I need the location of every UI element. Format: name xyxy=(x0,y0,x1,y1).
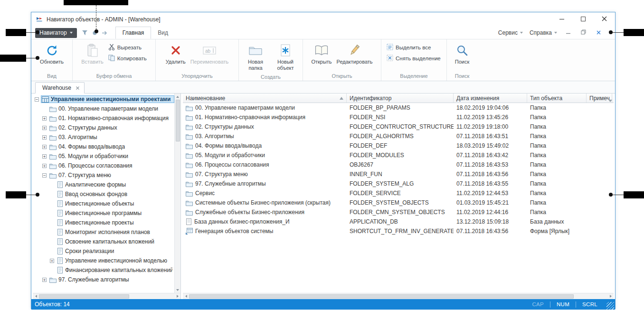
column-chooser-icon[interactable] xyxy=(608,97,612,103)
tree-item[interactable]: +03. Алгоритмы xyxy=(33,132,174,142)
scroll-up-icon[interactable] xyxy=(175,94,181,100)
folder-icon xyxy=(49,134,57,141)
column-header[interactable]: Дата изменения xyxy=(454,94,527,103)
collapse-icon[interactable]: − xyxy=(35,97,39,102)
refresh-button[interactable]: Обновить xyxy=(38,41,66,66)
expand-icon[interactable]: + xyxy=(42,154,47,159)
table-row[interactable]: 03. АлгоритмыFOLDER_ALGHORITMS07.11.2018… xyxy=(183,132,614,141)
tree-item[interactable]: Мониторинг исполнения планов xyxy=(33,227,174,237)
scroll-left-icon[interactable] xyxy=(33,293,39,300)
mdi-close-button[interactable] xyxy=(594,29,603,37)
close-button[interactable] xyxy=(594,12,615,27)
expand-icon[interactable]: + xyxy=(42,126,47,130)
navigator-menu-button[interactable]: Навигатор xyxy=(35,28,77,38)
tree-item[interactable]: Инвестиционные программы xyxy=(33,208,174,218)
open-button[interactable]: Открыть xyxy=(309,41,333,66)
column-header[interactable]: Наименование xyxy=(183,94,347,103)
tree-item[interactable]: +Управление инвестиционной моделью xyxy=(33,256,174,265)
tree-horizontal-scrollbar[interactable] xyxy=(33,293,180,299)
tree-item-label: Ввод основных фондов xyxy=(65,191,127,197)
expand-icon[interactable]: + xyxy=(42,135,47,140)
resize-grip[interactable] xyxy=(606,302,614,310)
scrollbar-thumb[interactable] xyxy=(39,294,129,299)
table-row[interactable]: СервисFOLDER_SERVICE11.02.2019 12:44:53П… xyxy=(183,188,614,198)
mdi-minimize-button[interactable] xyxy=(564,29,572,37)
select-all-button[interactable]: Выделить все xyxy=(385,43,443,52)
column-header[interactable]: Идентификатор xyxy=(347,94,454,103)
scroll-left-icon[interactable] xyxy=(183,293,189,300)
tree-item[interactable]: Ввод основных фондов xyxy=(33,189,174,199)
expand-icon[interactable]: + xyxy=(42,116,47,121)
tree-vertical-scrollbar[interactable] xyxy=(174,94,180,293)
expand-icon[interactable]: + xyxy=(42,278,47,282)
menu-help[interactable]: Справка xyxy=(530,29,557,36)
tree-item[interactable]: +02. Структуры данных xyxy=(33,123,174,132)
tree-item[interactable]: Аналитические формы xyxy=(33,180,174,189)
paste-label: Вставить xyxy=(81,59,104,65)
tree-item[interactable]: +06. Процессы согласования xyxy=(33,161,174,170)
new-folder-button[interactable]: Новая папка xyxy=(241,41,270,72)
tree-item[interactable]: +01. Нормативно-справочная информация xyxy=(33,113,174,123)
forward-arrow-icon[interactable] xyxy=(102,30,108,36)
scrollbar-thumb[interactable] xyxy=(189,294,574,299)
tab-home[interactable]: Главная xyxy=(115,27,152,39)
table-row[interactable]: 02. Структуры данныхFOLDER_CONTRUCTOR_ST… xyxy=(183,122,614,132)
deselect-button[interactable]: Снять выделение xyxy=(385,54,443,63)
tree-item[interactable]: −Управление инвестиционными проектами и … xyxy=(33,94,174,104)
expand-icon[interactable]: + xyxy=(42,164,47,168)
copy-button[interactable]: Копировать xyxy=(106,54,149,63)
new-object-button[interactable]: Новый объект xyxy=(271,41,300,72)
tree-item[interactable]: Освоение капитальных вложений xyxy=(33,237,174,246)
document-tab-warehouse[interactable]: Warehouse xyxy=(35,82,85,94)
callout-line-left-3 xyxy=(26,195,37,195)
ribbon-group-search: Поиск Поиск xyxy=(447,39,477,81)
scroll-down-icon[interactable] xyxy=(175,287,181,293)
tree-item[interactable]: −07. Структура меню xyxy=(33,170,174,180)
tree-item[interactable]: Инвестиционные объекты xyxy=(33,199,174,208)
scroll-right-icon[interactable] xyxy=(174,293,180,300)
menu-service[interactable]: Сервис xyxy=(498,29,523,36)
delete-button[interactable]: Удалить xyxy=(164,41,188,66)
table-row[interactable]: Генерация объектов системыSHORTCUT_TO_FR… xyxy=(183,226,614,236)
rename-button[interactable]: ab Переименовать xyxy=(189,41,231,66)
folder-icon xyxy=(49,153,57,160)
scroll-right-icon[interactable] xyxy=(607,293,614,300)
table-row[interactable]: 00. Управление параметрами моделиFOLDER_… xyxy=(183,103,614,113)
cell-text: 05. Модули и обработчики xyxy=(195,152,265,159)
filter-icon[interactable] xyxy=(82,30,88,36)
cut-button[interactable]: Вырезать xyxy=(106,43,149,52)
table-row[interactable]: 97. Служебные алгоритмыFOLDER_SYSTEM_ALG… xyxy=(183,179,614,188)
table-row[interactable]: Системные объекты Бизнес-приложения (скр… xyxy=(183,198,614,207)
tree-item[interactable]: +97. Служебные алгоритмы xyxy=(33,275,174,284)
table-row[interactable]: 06. Процессы согласованияOBJ626707.11.20… xyxy=(183,160,614,169)
expand-icon[interactable]: + xyxy=(50,259,54,263)
tree-item[interactable]: 00. Управление параметрами модели xyxy=(33,104,174,113)
tree-item[interactable]: +04. Формы ввода/вывода xyxy=(33,142,174,151)
tab-close-icon[interactable] xyxy=(76,86,79,90)
tree-item[interactable]: Сроки реализации xyxy=(33,246,174,256)
mdi-restore-button[interactable] xyxy=(579,29,587,37)
table-row[interactable]: Служебные объекты Бизнес-приложенияFOLDE… xyxy=(183,207,614,217)
column-header[interactable]: Тип объекта xyxy=(527,94,587,103)
expand-icon[interactable]: + xyxy=(42,145,47,149)
minimize-button[interactable] xyxy=(551,12,572,27)
table-row[interactable]: 04. Формы ввода/выводаFOLDER_DEF18.03.20… xyxy=(183,141,614,150)
cell-text: База данных xyxy=(530,218,564,225)
tree-item[interactable]: Инвестиционные проекты xyxy=(33,218,174,227)
collapse-icon[interactable]: − xyxy=(42,173,47,178)
table-row[interactable]: База данных бизнес-приложения_ИAPPLICATI… xyxy=(183,217,614,226)
tree-item-label: 97. Служебные алгоритмы xyxy=(58,276,129,283)
table-row[interactable]: 01. Нормативно-справочная информацияFOLD… xyxy=(183,113,614,122)
edit-button[interactable]: Редактировать xyxy=(335,41,375,66)
tree-item[interactable]: Финансирование капитальных вложений xyxy=(33,265,174,275)
tab-view[interactable]: Вид xyxy=(151,27,175,39)
search-button[interactable]: Поиск xyxy=(453,41,471,66)
table-row[interactable]: 05. Модули и обработчикиFOLDER_MODULES07… xyxy=(183,150,614,160)
type-cell: Папка xyxy=(527,104,587,111)
paste-button[interactable]: Вставить xyxy=(79,41,105,66)
table-row[interactable]: 07. Структура менюINNER_FUN07.11.2018 16… xyxy=(183,169,614,179)
grid-horizontal-scrollbar[interactable] xyxy=(183,293,614,299)
scrollbar-thumb[interactable] xyxy=(176,100,180,141)
tree-item[interactable]: +05. Модули и обработчики xyxy=(33,151,174,161)
maximize-button[interactable] xyxy=(572,12,594,27)
